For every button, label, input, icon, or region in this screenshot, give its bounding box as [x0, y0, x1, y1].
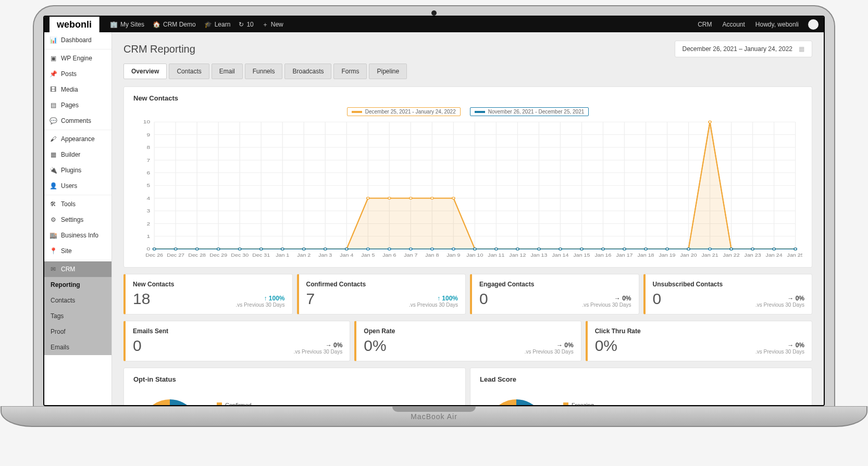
adminbar-item[interactable]: Account	[718, 21, 749, 28]
tab-forms[interactable]: Forms	[333, 64, 367, 79]
metric-title: Open Rate	[364, 328, 573, 335]
adminbar-item[interactable]: 🏢My Sites	[106, 20, 148, 29]
sidebar-item-label: Site	[61, 247, 72, 255]
metric-card[interactable]: Confirmed Contacts 7 ↑ 100% .vs Previous…	[297, 274, 466, 314]
tab-pipeline[interactable]: Pipeline	[369, 64, 407, 79]
metric-subtext: .vs Previous 30 Days	[236, 302, 285, 308]
metric-card[interactable]: Click Thru Rate 0% → 0% .vs Previous 30 …	[586, 321, 812, 361]
adminbar-label: New	[271, 21, 283, 28]
sidebar-icon: ▣	[49, 55, 57, 62]
brand-logo[interactable]: webonli	[49, 17, 100, 32]
main-content: CRM Reporting December 26, 2021 – Januar…	[112, 32, 824, 405]
laptop-screen-frame: webonli 🏢My Sites🏠CRM Demo🎓Learn↻10＋New …	[33, 5, 835, 406]
sidebar-item[interactable]: 👤Users	[44, 178, 111, 194]
sidebar-icon: 🏬	[49, 232, 57, 239]
sidebar-item[interactable]: ▤Pages	[44, 97, 111, 113]
sidebar-item-label: Tools	[61, 200, 76, 208]
sidebar-subitem[interactable]: Contacts	[44, 293, 111, 308]
adminbar-label: Learn	[215, 21, 231, 28]
optin-pie-chart	[133, 392, 206, 405]
sidebar-item[interactable]: ⚙Settings	[44, 212, 111, 228]
adminbar-icon: 🎓	[204, 21, 212, 28]
sidebar-item[interactable]: 📊Dashboard	[44, 32, 111, 48]
svg-text:Jan 23: Jan 23	[745, 253, 761, 258]
svg-point-110	[709, 121, 711, 123]
adminbar-item[interactable]: Howdy, webonli	[751, 21, 803, 28]
svg-text:Jan 5: Jan 5	[361, 253, 375, 258]
sidebar-item[interactable]: 🏬Business Info	[44, 228, 111, 243]
metric-subtext: .vs Previous 30 Days	[525, 349, 574, 355]
adminbar-item[interactable]: 🏠CRM Demo	[148, 20, 200, 29]
svg-point-117	[195, 248, 198, 250]
panel-title: Lead Score	[480, 375, 802, 383]
svg-text:Jan 8: Jan 8	[425, 253, 439, 258]
sidebar-item-label: Comments	[61, 117, 91, 124]
metric-subtext: .vs Previous 30 Days	[409, 302, 458, 308]
metric-delta: ↑ 100%	[236, 295, 285, 302]
tab-email[interactable]: Email	[212, 64, 243, 79]
svg-text:Jan 24: Jan 24	[766, 253, 783, 258]
metric-card[interactable]: Engaged Contacts 0 → 0% .vs Previous 30 …	[470, 274, 639, 314]
legend-item[interactable]: November 26, 2021 - December 25, 2021	[470, 107, 589, 116]
svg-point-128	[431, 248, 433, 250]
sidebar-item-crm[interactable]: ✉ CRM	[44, 261, 111, 277]
svg-point-118	[217, 248, 220, 250]
sidebar-item[interactable]: 💬Comments	[44, 113, 111, 129]
legend-swatch	[352, 111, 362, 113]
metric-card[interactable]: Open Rate 0% → 0% .vs Previous 30 Days	[354, 321, 581, 361]
sidebar-item-label: Business Info	[61, 232, 98, 239]
sidebar-subitem[interactable]: Reporting	[44, 277, 111, 293]
sidebar-subitem[interactable]: Proof	[44, 324, 111, 339]
sidebar-item[interactable]: ▣WP Engine	[44, 51, 111, 66]
svg-point-132	[516, 248, 519, 250]
svg-point-121	[281, 248, 284, 250]
metric-subtext: .vs Previous 30 Days	[755, 349, 804, 355]
svg-point-138	[644, 248, 647, 250]
adminbar-label: CRM Demo	[163, 21, 196, 28]
metric-title: Click Thru Rate	[595, 328, 804, 335]
sidebar-item[interactable]: 🖌Appearance	[44, 131, 111, 147]
adminbar-item[interactable]: CRM	[693, 21, 716, 28]
avatar[interactable]	[808, 19, 819, 30]
svg-point-136	[602, 248, 604, 250]
sidebar-icon: ⚙	[49, 216, 57, 223]
sidebar-item[interactable]: 📍Site	[44, 243, 111, 259]
svg-text:Jan 12: Jan 12	[509, 253, 526, 258]
svg-text:Jan 10: Jan 10	[466, 253, 483, 258]
legend-item[interactable]: December 25, 2021 - January 24, 2022	[347, 107, 461, 116]
date-range-picker[interactable]: December 26, 2021 – January 24, 2022 ▦	[675, 41, 812, 57]
adminbar-item[interactable]: 🎓Learn	[200, 20, 235, 29]
metric-card[interactable]: Unsubscribed Contacts 0 → 0% .vs Previou…	[643, 274, 813, 314]
sidebar-item-label: CRM	[61, 266, 75, 273]
legend-swatch	[563, 402, 568, 405]
metric-card[interactable]: Emails Sent 0 → 0% .vs Previous 30 Days	[123, 321, 350, 361]
metric-card[interactable]: New Contacts 18 ↑ 100% .vs Previous 30 D…	[123, 274, 293, 314]
legend-swatch	[217, 402, 222, 405]
leadscore-pie-chart	[480, 392, 553, 405]
sidebar-item[interactable]: 🛠Tools	[44, 196, 111, 212]
sidebar-subitem[interactable]: Tags	[44, 308, 111, 324]
tab-contacts[interactable]: Contacts	[169, 64, 209, 79]
new-contacts-chart-panel: New Contacts December 25, 2021 - January…	[123, 86, 812, 268]
tab-overview[interactable]: Overview	[123, 64, 167, 79]
svg-text:Jan 20: Jan 20	[680, 253, 697, 258]
sidebar-item-label: Dashboard	[61, 36, 92, 44]
sidebar-subitem[interactable]: Emails	[44, 339, 111, 355]
adminbar-item[interactable]: ↻10	[234, 20, 257, 29]
adminbar-item[interactable]: ＋New	[258, 20, 288, 29]
svg-text:Jan 19: Jan 19	[659, 253, 675, 258]
sidebar: 📊Dashboard▣WP Engine📌Posts🎞Media▤Pages💬C…	[44, 32, 112, 405]
metric-title: Confirmed Contacts	[306, 281, 458, 288]
svg-point-139	[666, 248, 668, 250]
sidebar-item[interactable]: 🎞Media	[44, 82, 111, 97]
sidebar-item[interactable]: ▦Builder	[44, 147, 111, 162]
sidebar-item[interactable]: 🔌Plugins	[44, 162, 111, 178]
panel-title: Opt-in Status	[133, 375, 456, 383]
svg-point-94	[367, 197, 369, 199]
svg-point-95	[388, 197, 391, 199]
tab-broadcasts[interactable]: Broadcasts	[284, 64, 331, 79]
adminbar-icon: 🏠	[153, 21, 160, 28]
sidebar-item[interactable]: 📌Posts	[44, 66, 111, 82]
svg-text:Jan 18: Jan 18	[637, 253, 654, 258]
tab-funnels[interactable]: Funnels	[245, 64, 283, 79]
